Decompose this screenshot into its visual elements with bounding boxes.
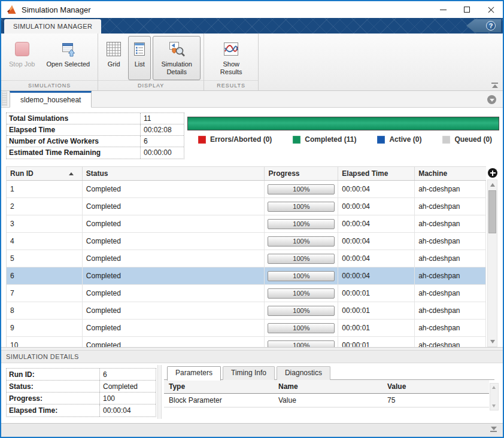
progress-button[interactable]: 100% xyxy=(268,184,335,194)
column-header-run-id[interactable]: Run ID xyxy=(7,167,83,180)
matlab-logo-icon xyxy=(7,5,17,14)
progress-button[interactable]: 100% xyxy=(268,340,335,348)
column-header-progress[interactable]: Progress xyxy=(265,167,338,180)
ribbon-group-simulations: Stop Job Open Selected SIMU xyxy=(1,34,98,90)
scroll-up-icon[interactable] xyxy=(490,183,495,187)
tab-diagnostics[interactable]: Diagnostics xyxy=(277,366,330,380)
table-row[interactable]: 6Completed100%00:00:04ah-cdeshpan xyxy=(7,267,486,285)
table-row[interactable]: 5Completed100%00:00:04ah-cdeshpan xyxy=(7,250,486,267)
status-cell: Completed xyxy=(83,302,265,319)
run-id-cell: 9 xyxy=(7,320,83,336)
collapse-details-icon xyxy=(491,427,497,430)
legend-label: Errors/Aborted (0) xyxy=(210,135,272,144)
tab-overflow-button[interactable] xyxy=(487,95,496,104)
progress-button[interactable]: 100% xyxy=(268,236,335,247)
summary-row: Elapsed Time00:02:08 xyxy=(7,124,184,136)
param-value-cell: 75 xyxy=(382,394,489,407)
column-header-status[interactable]: Status xyxy=(83,167,265,180)
machine-cell: ah-cdeshpan xyxy=(415,198,486,215)
ribbon-group-display: Grid List xyxy=(98,34,204,90)
collapse-ribbon-icon xyxy=(491,83,498,84)
elapsed-time-cell: 00:00:04 xyxy=(338,233,415,250)
column-header-label: Run ID xyxy=(10,169,34,178)
details-right-panel: Parameters Timing Info Diagnostics Type … xyxy=(164,363,503,423)
chevron-down-icon xyxy=(490,99,494,102)
ribbon-toolbar: Stop Job Open Selected SIMU xyxy=(1,34,503,91)
column-header-name[interactable]: Name xyxy=(274,380,382,393)
table-row[interactable]: 2Completed100%00:00:04ah-cdeshpan xyxy=(7,198,486,215)
tab-sldemo-househeat[interactable]: sldemo_househeat xyxy=(10,91,92,108)
tab-timing-info[interactable]: Timing Info xyxy=(223,366,275,380)
ribbon-tab-simulation-manager[interactable]: SIMULATION MANAGER xyxy=(4,19,101,34)
drag-grip-handle[interactable] xyxy=(2,92,7,106)
detail-field-row: Status:Completed xyxy=(7,381,156,393)
parameter-row[interactable]: Block ParameterValue75 xyxy=(164,394,489,407)
show-results-button[interactable]: Show Results xyxy=(207,36,255,80)
column-header-elapsed-time[interactable]: Elapsed Time xyxy=(338,167,415,180)
collapse-ribbon-button[interactable] xyxy=(491,82,498,88)
parameters-table-body: Block ParameterValue75 xyxy=(164,394,489,407)
scrollbar-track[interactable] xyxy=(487,180,497,347)
progress-button[interactable]: 100% xyxy=(268,202,335,212)
table-row[interactable]: 4Completed100%00:00:04ah-cdeshpan xyxy=(7,233,486,250)
table-row[interactable]: 3Completed100%00:00:04ah-cdeshpan xyxy=(7,215,486,233)
progress-button[interactable]: 100% xyxy=(268,219,335,229)
progress-button[interactable]: 100% xyxy=(268,323,335,333)
legend-swatch-icon xyxy=(442,136,450,144)
scroll-down-icon[interactable] xyxy=(492,404,496,407)
column-header-machine[interactable]: Machine xyxy=(415,167,486,180)
progress-cell: 100% xyxy=(265,250,338,267)
table-row[interactable]: 10Completed100%00:00:01ah-cdeshpan xyxy=(7,337,486,347)
detail-field-row: Run ID:6 xyxy=(7,369,156,381)
collapse-details-button[interactable] xyxy=(490,427,497,433)
open-selected-button[interactable]: Open Selected xyxy=(41,36,95,80)
machine-cell: ah-cdeshpan xyxy=(415,337,486,347)
scroll-down-icon[interactable] xyxy=(490,340,495,343)
run-id-cell: 4 xyxy=(7,233,83,250)
parameters-scrollbar[interactable] xyxy=(490,383,499,410)
status-cell: Completed xyxy=(83,233,265,250)
grid-icon xyxy=(106,39,122,59)
legend-label: Active (0) xyxy=(389,135,421,144)
elapsed-time-cell: 00:00:04 xyxy=(338,215,415,232)
runs-table: Run ID Status Progress Elapsed Time Mach… xyxy=(6,166,486,347)
summary-label: Estimated Time Remaining xyxy=(7,147,141,159)
summary-label: Number of Active Workers xyxy=(7,136,141,147)
progress-button[interactable]: 100% xyxy=(268,271,335,281)
column-header-value[interactable]: Value xyxy=(382,380,489,393)
table-row[interactable]: 9Completed100%00:00:01ah-cdeshpan xyxy=(7,320,486,337)
close-icon xyxy=(487,6,494,13)
tab-parameters[interactable]: Parameters xyxy=(167,366,221,381)
column-header-type[interactable]: Type xyxy=(164,380,274,393)
progress-button[interactable]: 100% xyxy=(268,288,335,299)
maximize-button[interactable] xyxy=(455,1,479,18)
group-label-simulations: SIMULATIONS xyxy=(1,80,98,90)
table-row[interactable]: 1Completed100%00:00:04ah-cdeshpan xyxy=(7,181,486,198)
param-name-cell: Value xyxy=(274,394,382,407)
summary-value: 11 xyxy=(141,113,184,124)
bottom-status-strip xyxy=(1,423,503,437)
table-row[interactable]: 8Completed100%00:00:01ah-cdeshpan xyxy=(7,302,486,320)
scroll-up-icon[interactable] xyxy=(492,386,496,389)
grid-button[interactable]: Grid xyxy=(101,36,126,80)
vertical-splitter[interactable] xyxy=(157,365,162,419)
status-cell: Completed xyxy=(83,215,265,232)
help-button[interactable]: ? xyxy=(486,21,496,31)
simulation-details-button[interactable]: Simulation Details xyxy=(153,36,201,80)
button-label: Simulation Details xyxy=(157,60,196,76)
progress-button[interactable]: 100% xyxy=(268,254,335,264)
status-cell: Completed xyxy=(83,337,265,347)
table-row[interactable]: 7Completed100%00:00:01ah-cdeshpan xyxy=(7,285,486,302)
machine-cell: ah-cdeshpan xyxy=(415,302,486,319)
button-label: Grid xyxy=(108,60,120,68)
window-title: Simulation Manager xyxy=(22,5,91,14)
list-button[interactable]: List xyxy=(128,36,151,80)
stop-job-button[interactable]: Stop Job xyxy=(4,36,40,80)
stop-job-icon xyxy=(15,39,29,59)
close-button[interactable] xyxy=(479,1,503,18)
add-column-button[interactable] xyxy=(488,168,497,178)
progress-button[interactable]: 100% xyxy=(268,306,335,316)
minimize-button[interactable] xyxy=(431,1,455,18)
progress-cell: 100% xyxy=(265,267,338,284)
scrollbar-thumb[interactable] xyxy=(488,190,496,233)
